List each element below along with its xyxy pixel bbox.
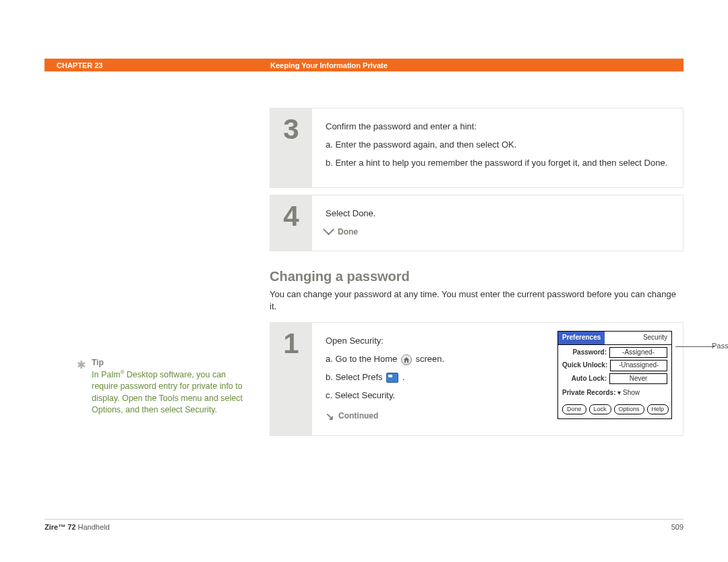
step-number-cell: 1 <box>270 323 312 435</box>
palm-row-password: Password: -Assigned- <box>558 345 671 358</box>
done-label: Done <box>338 226 358 238</box>
step-1-instructions: Open Security: a. Go to the Home screen.… <box>326 335 494 423</box>
step-1-intro: Open Security: <box>326 335 494 348</box>
sidebar-tip: ✱ Tip In Palm® Desktop software, you can… <box>92 357 247 416</box>
palm-lock-button: Lock <box>589 404 611 414</box>
palm-private-label: Private Records: <box>562 389 615 396</box>
step-3-b: b. Enter a hint to help you remember the… <box>326 157 669 170</box>
dropdown-caret-icon: ▾ <box>617 389 623 396</box>
done-marker: Done <box>326 226 669 238</box>
page-footer: Zire™ 72 Handheld 509 <box>44 519 684 531</box>
step-3-block: 3 Confirm the password and enter a hint:… <box>270 108 684 188</box>
step-1-a-prefix: a. Go to the Home <box>326 354 400 364</box>
step-3-a: a. Enter the password again, and then se… <box>326 139 669 152</box>
tip-text: In Palm® Desktop software, you can requi… <box>92 369 247 416</box>
step-1-c: c. Select Security. <box>326 389 494 402</box>
step-1-screenshot-area: Preferences Security Password: -Assigned… <box>494 335 669 423</box>
step-1-b-suffix: . <box>402 372 405 382</box>
palm-quickunlock-label: Quick Unlock: <box>562 361 607 371</box>
step-number-cell: 4 <box>270 195 312 251</box>
password-box-callout: Password box <box>712 341 728 352</box>
step-1-block: 1 Open Security: a. Go to the Home scree… <box>270 322 684 436</box>
step-1-b: b. Select Prefs . <box>326 371 494 384</box>
palm-help-button: Help <box>647 404 669 414</box>
step-1-a: a. Go to the Home screen. <box>326 353 494 366</box>
step-1-b-prefix: b. Select Prefs <box>326 372 385 382</box>
palm-password-box: -Assigned- <box>609 347 667 358</box>
continued-marker: Continued <box>326 409 494 424</box>
step-number-4: 4 <box>283 202 299 230</box>
palm-done-button: Done <box>562 404 586 414</box>
palm-prefs-tab: Preferences <box>558 332 605 344</box>
palm-private-records: Private Records: ▾ Show <box>558 384 671 400</box>
arrow-down-icon <box>326 226 335 238</box>
footer-page-number: 509 <box>671 523 684 531</box>
home-icon <box>401 354 412 365</box>
step-4-block: 4 Select Done. Done <box>270 195 684 251</box>
arrow-continued-icon <box>326 409 336 424</box>
step-3-intro: Confirm the password and enter a hint: <box>326 121 669 133</box>
asterisk-icon: ✱ <box>77 358 86 373</box>
step-number-3: 3 <box>283 115 299 144</box>
palm-titlebar: Preferences Security <box>558 332 671 345</box>
section-heading: Changing a password <box>270 269 684 284</box>
palm-preferences-screenshot: Preferences Security Password: -Assigned… <box>557 331 672 419</box>
step-number-cell: 3 <box>270 108 312 187</box>
footer-product-rest: Handheld <box>75 523 109 531</box>
palm-button-row: Done Lock Options Help <box>558 400 671 418</box>
step-1-body: Open Security: a. Go to the Home screen.… <box>312 323 683 435</box>
footer-product-bold: Zire™ 72 <box>44 523 75 531</box>
chapter-label: CHAPTER 23 <box>44 61 102 69</box>
step-1-a-suffix: screen. <box>415 354 444 364</box>
section-desc: You can change your password at any time… <box>270 288 684 313</box>
step-4-body: Select Done. Done <box>312 195 683 251</box>
chapter-title: Keeping Your Information Private <box>270 61 388 69</box>
palm-row-autolock: Auto Lock: Never <box>558 371 671 385</box>
footer-product: Zire™ 72 Handheld <box>44 523 110 531</box>
continued-label: Continued <box>338 410 378 422</box>
prefs-icon <box>386 373 398 383</box>
palm-autolock-box: Never <box>609 373 667 385</box>
step-number-1: 1 <box>283 330 299 358</box>
tip-label: Tip <box>92 357 247 369</box>
chapter-header-bar: CHAPTER 23 Keeping Your Information Priv… <box>44 59 684 71</box>
palm-autolock-label: Auto Lock: <box>562 374 607 384</box>
palm-security-label: Security <box>639 332 671 344</box>
step-4-text: Select Done. <box>326 208 669 220</box>
callout-line <box>675 346 715 347</box>
step-3-body: Confirm the password and enter a hint: a… <box>312 108 683 187</box>
palm-private-value: Show <box>623 389 640 396</box>
palm-options-button: Options <box>614 404 644 414</box>
main-content: 3 Confirm the password and enter a hint:… <box>270 108 684 443</box>
palm-password-label: Password: <box>562 348 607 358</box>
palm-row-quickunlock: Quick Unlock: -Unassigned- <box>558 358 671 371</box>
palm-quickunlock-box: -Unassigned- <box>610 360 667 371</box>
